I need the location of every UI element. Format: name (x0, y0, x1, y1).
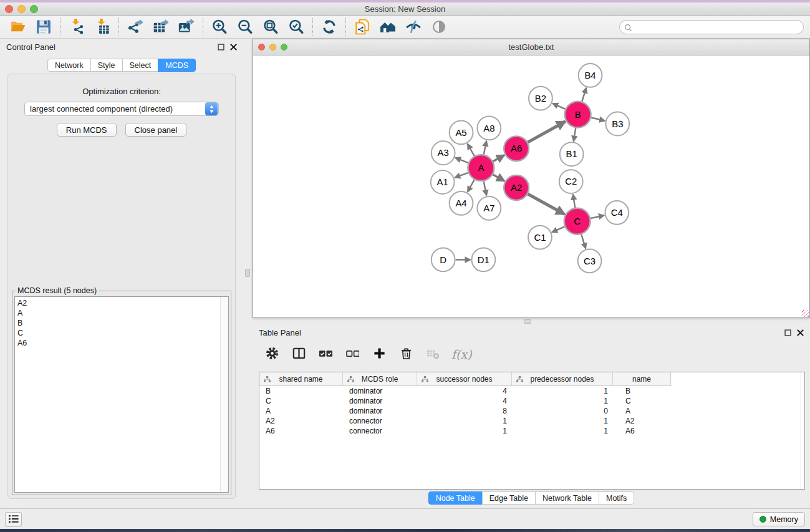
export-table-button[interactable] (150, 16, 171, 37)
run-mcds-button[interactable]: Run MCDS (57, 123, 117, 137)
mcds-result-item[interactable]: C (17, 328, 228, 338)
table-cell[interactable]: 1 (512, 427, 613, 435)
network-graph[interactable]: AA1A2A3A4A5A6A7A8BB1B2B3B4CC1C2C3C4DD1 (253, 56, 809, 317)
column-header-successor-nodes[interactable]: successor nodes (417, 372, 512, 385)
mcds-result-item[interactable]: A6 (17, 338, 228, 348)
import-network-button[interactable] (66, 16, 87, 37)
table-row[interactable]: A2connector11A2 (259, 416, 804, 426)
edge-A-A1[interactable] (455, 173, 468, 178)
table-cell[interactable]: 1 (512, 397, 613, 405)
close-panel-icon[interactable] (797, 329, 804, 336)
edge-A-A6[interactable] (493, 155, 504, 162)
table-cell[interactable]: 0 (512, 407, 613, 415)
table-cell[interactable]: C (259, 397, 343, 405)
horizontal-split-divider[interactable] (253, 318, 810, 324)
edge-A6-B[interactable] (528, 122, 565, 142)
close-network-window-button[interactable] (258, 44, 265, 51)
zoom-selected-button[interactable] (286, 16, 307, 37)
divider-grip[interactable] (245, 269, 250, 277)
save-session-button[interactable] (33, 16, 54, 37)
show-button[interactable] (428, 16, 450, 37)
table-cell[interactable]: 1 (512, 387, 613, 395)
minimize-network-window-button[interactable] (269, 44, 276, 51)
table-cell[interactable]: B (613, 387, 671, 395)
copy-network-button[interactable] (352, 16, 373, 37)
table-cell[interactable]: connector (343, 417, 417, 425)
mcds-result-item[interactable]: B (17, 318, 228, 328)
table-cell[interactable]: A (259, 407, 343, 415)
search-input[interactable] (619, 20, 804, 34)
open-session-button[interactable] (7, 16, 29, 37)
zoom-window-button[interactable] (30, 5, 38, 13)
table-mode-button[interactable] (264, 346, 280, 362)
edge-A2-C[interactable] (528, 194, 564, 215)
table-cell[interactable]: B (259, 387, 343, 395)
table-cell[interactable]: A2 (259, 417, 343, 425)
minimize-window-button[interactable] (17, 5, 26, 13)
list-scrollbar[interactable] (220, 297, 228, 492)
edge-B-B2[interactable] (552, 104, 565, 109)
table-row[interactable]: Cdominator41C (259, 396, 804, 406)
table-cell[interactable]: 4 (417, 397, 512, 405)
table-cell[interactable]: A (613, 407, 671, 415)
zoom-out-button[interactable] (234, 16, 256, 37)
zoom-in-button[interactable] (209, 16, 230, 37)
window-resize-grip[interactable] (802, 310, 809, 317)
divider-grip[interactable] (524, 319, 531, 324)
tab-select[interactable]: Select (122, 59, 159, 72)
mcds-result-item[interactable]: A2 (17, 298, 228, 308)
tab-mcds[interactable]: MCDS (158, 59, 196, 72)
add-column-button[interactable] (371, 346, 387, 362)
vertical-split-divider[interactable] (243, 39, 253, 508)
table-cell[interactable]: A6 (259, 427, 343, 435)
function-builder-icon[interactable]: f(x) (451, 347, 472, 361)
close-panel-button[interactable]: Close panel (125, 123, 187, 137)
deselect-all-button[interactable] (344, 346, 360, 362)
table-cell[interactable]: 1 (512, 417, 613, 425)
close-window-button[interactable] (5, 5, 13, 13)
table-cell[interactable]: C (613, 397, 671, 405)
delete-column-button[interactable] (398, 346, 414, 362)
optimization-criterion-select[interactable]: largest connected component (directed) (24, 102, 219, 116)
edge-A-A3[interactable] (455, 158, 468, 163)
network-canvas[interactable]: AA1A2A3A4A5A6A7A8BB1B2B3B4CC1C2C3C4DD1 (253, 56, 809, 317)
export-image-button[interactable] (176, 16, 197, 37)
float-panel-icon[interactable] (784, 329, 791, 336)
edge-B-B3[interactable] (591, 118, 605, 121)
mcds-result-list[interactable]: A2ABCA6 (14, 296, 229, 493)
tab-network-table[interactable]: Network Table (535, 491, 599, 505)
column-header-predecessor-nodes[interactable]: predecessor nodes (512, 372, 613, 385)
column-header-shared-name[interactable]: shared name (259, 372, 343, 385)
refresh-network-button[interactable] (319, 16, 340, 37)
table-cell[interactable]: dominator (343, 407, 417, 415)
table-cell[interactable]: 4 (417, 387, 512, 395)
table-cell[interactable]: dominator (343, 387, 417, 395)
edge-A-A2[interactable] (493, 175, 504, 181)
mcds-result-item[interactable]: A (17, 308, 228, 318)
edge-B-B1[interactable] (574, 128, 576, 141)
table-scrollbar[interactable] (801, 372, 801, 489)
tab-node-table[interactable]: Node Table (428, 491, 483, 505)
memory-button[interactable]: Memory (753, 512, 805, 526)
edge-C-C1[interactable] (552, 226, 564, 232)
edge-A-A5[interactable] (468, 144, 475, 156)
edge-C-C2[interactable] (573, 195, 575, 208)
table-cell[interactable]: A6 (613, 427, 671, 435)
table-row[interactable]: Bdominator41B (259, 386, 804, 396)
show-columns-button[interactable] (291, 346, 307, 362)
table-cell[interactable]: A2 (613, 417, 671, 425)
edge-A-A4[interactable] (468, 180, 475, 191)
network-window-titlebar[interactable]: testGlobe.txt (253, 39, 809, 56)
table-row[interactable]: A6connector11A6 (259, 426, 804, 436)
hide-button[interactable] (403, 16, 424, 37)
table-row[interactable]: Adominator80A (259, 406, 804, 416)
select-all-button[interactable] (317, 346, 334, 362)
edge-A-A8[interactable] (484, 141, 486, 155)
table-cell[interactable]: connector (343, 427, 417, 435)
float-panel-icon[interactable] (218, 44, 224, 51)
home-button[interactable] (377, 16, 398, 37)
edge-A-A7[interactable] (484, 181, 487, 196)
tab-style[interactable]: Style (90, 59, 123, 72)
tab-edge-table[interactable]: Edge Table (482, 491, 536, 505)
import-table-button[interactable] (92, 16, 113, 37)
